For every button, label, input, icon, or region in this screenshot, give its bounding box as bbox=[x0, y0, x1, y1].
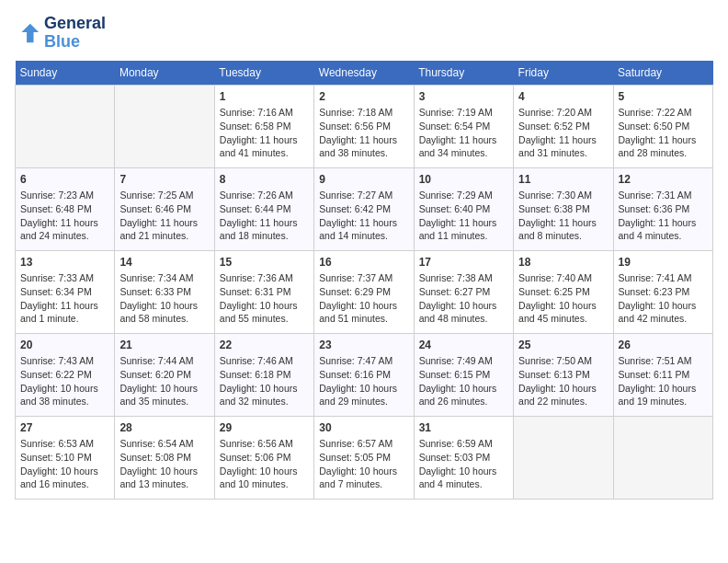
sunset: Sunset: 6:11 PM bbox=[619, 369, 690, 380]
sunrise: Sunrise: 7:49 AM bbox=[419, 355, 493, 366]
sunrise: Sunrise: 6:59 AM bbox=[419, 438, 493, 449]
calendar-cell: 18 Sunrise: 7:40 AM Sunset: 6:25 PM Dayl… bbox=[514, 250, 613, 333]
calendar-table: SundayMondayTuesdayWednesdayThursdayFrid… bbox=[15, 61, 713, 500]
sunrise: Sunrise: 7:20 AM bbox=[518, 107, 592, 118]
sunrise: Sunrise: 6:56 AM bbox=[220, 438, 293, 449]
logo-text: General Blue bbox=[44, 15, 106, 52]
weekday-header-friday: Friday bbox=[514, 61, 613, 86]
calendar-cell: 28 Sunrise: 6:54 AM Sunset: 5:08 PM Dayl… bbox=[115, 416, 214, 499]
daylight: Daylight: 10 hours and 22 minutes. bbox=[518, 383, 597, 408]
calendar-cell: 16 Sunrise: 7:37 AM Sunset: 6:29 PM Dayl… bbox=[314, 250, 414, 333]
daylight: Daylight: 10 hours and 19 minutes. bbox=[619, 383, 697, 408]
sunset: Sunset: 6:52 PM bbox=[518, 121, 590, 132]
sunset: Sunset: 6:20 PM bbox=[119, 369, 191, 380]
sunset: Sunset: 6:42 PM bbox=[319, 203, 391, 214]
sunrise: Sunrise: 7:19 AM bbox=[419, 107, 493, 118]
daylight: Daylight: 11 hours and 14 minutes. bbox=[319, 217, 397, 242]
weekday-header-monday: Monday bbox=[115, 61, 214, 86]
calendar-cell: 2 Sunrise: 7:18 AM Sunset: 6:56 PM Dayli… bbox=[314, 85, 414, 167]
calendar-cell: 5 Sunrise: 7:22 AM Sunset: 6:50 PM Dayli… bbox=[613, 85, 712, 167]
day-number: 29 bbox=[220, 420, 309, 436]
sunrise: Sunrise: 6:54 AM bbox=[119, 438, 193, 449]
sunrise: Sunrise: 6:53 AM bbox=[20, 438, 94, 449]
sunset: Sunset: 5:05 PM bbox=[319, 452, 391, 463]
daylight: Daylight: 11 hours and 1 minute. bbox=[20, 300, 98, 325]
calendar-cell: 23 Sunrise: 7:47 AM Sunset: 6:16 PM Dayl… bbox=[314, 333, 414, 416]
day-number: 21 bbox=[119, 338, 209, 353]
day-number: 17 bbox=[419, 255, 508, 270]
day-number: 19 bbox=[619, 255, 708, 270]
sunset: Sunset: 6:25 PM bbox=[518, 286, 590, 297]
day-number: 30 bbox=[319, 420, 408, 436]
calendar-cell bbox=[613, 416, 712, 499]
daylight: Daylight: 10 hours and 7 minutes. bbox=[319, 465, 397, 490]
sunset: Sunset: 6:54 PM bbox=[419, 121, 491, 132]
svg-marker-0 bbox=[21, 24, 39, 43]
sunset: Sunset: 6:13 PM bbox=[518, 369, 590, 380]
day-number: 4 bbox=[518, 89, 608, 105]
day-number: 23 bbox=[319, 338, 408, 353]
sunrise: Sunrise: 7:46 AM bbox=[220, 355, 293, 366]
sunrise: Sunrise: 7:36 AM bbox=[220, 272, 293, 283]
calendar-cell: 19 Sunrise: 7:41 AM Sunset: 6:23 PM Dayl… bbox=[613, 250, 712, 333]
day-number: 25 bbox=[518, 338, 608, 353]
week-row-5: 27 Sunrise: 6:53 AM Sunset: 5:10 PM Dayl… bbox=[16, 416, 713, 499]
calendar-cell bbox=[115, 85, 214, 167]
calendar-cell: 22 Sunrise: 7:46 AM Sunset: 6:18 PM Dayl… bbox=[214, 333, 313, 416]
week-row-4: 20 Sunrise: 7:43 AM Sunset: 6:22 PM Dayl… bbox=[16, 333, 713, 416]
sunrise: Sunrise: 7:30 AM bbox=[518, 190, 592, 201]
logo-icon bbox=[15, 20, 40, 46]
sunset: Sunset: 6:44 PM bbox=[220, 203, 291, 214]
sunrise: Sunrise: 7:27 AM bbox=[319, 190, 392, 201]
day-number: 9 bbox=[319, 172, 408, 188]
sunset: Sunset: 6:27 PM bbox=[419, 286, 491, 297]
daylight: Daylight: 11 hours and 11 minutes. bbox=[419, 217, 497, 242]
sunrise: Sunrise: 7:31 AM bbox=[619, 190, 692, 201]
calendar-cell: 11 Sunrise: 7:30 AM Sunset: 6:38 PM Dayl… bbox=[514, 167, 613, 250]
calendar-cell: 1 Sunrise: 7:16 AM Sunset: 6:58 PM Dayli… bbox=[214, 85, 313, 167]
logo: General Blue bbox=[15, 15, 106, 52]
daylight: Daylight: 11 hours and 8 minutes. bbox=[518, 217, 597, 242]
sunrise: Sunrise: 7:37 AM bbox=[319, 272, 392, 283]
day-number: 11 bbox=[518, 172, 608, 188]
daylight: Daylight: 10 hours and 38 minutes. bbox=[20, 383, 98, 408]
day-number: 8 bbox=[220, 172, 309, 188]
calendar-cell: 24 Sunrise: 7:49 AM Sunset: 6:15 PM Dayl… bbox=[414, 333, 513, 416]
weekday-header-tuesday: Tuesday bbox=[214, 61, 313, 86]
week-row-1: 1 Sunrise: 7:16 AM Sunset: 6:58 PM Dayli… bbox=[16, 85, 713, 167]
sunset: Sunset: 5:03 PM bbox=[419, 452, 491, 463]
sunrise: Sunrise: 7:51 AM bbox=[619, 355, 692, 366]
sunset: Sunset: 6:23 PM bbox=[619, 286, 690, 297]
sunset: Sunset: 6:56 PM bbox=[319, 121, 391, 132]
weekday-header-row: SundayMondayTuesdayWednesdayThursdayFrid… bbox=[16, 61, 713, 86]
daylight: Daylight: 11 hours and 34 minutes. bbox=[419, 134, 497, 159]
calendar-cell: 15 Sunrise: 7:36 AM Sunset: 6:31 PM Dayl… bbox=[214, 250, 313, 333]
sunrise: Sunrise: 7:50 AM bbox=[518, 355, 592, 366]
daylight: Daylight: 11 hours and 24 minutes. bbox=[20, 217, 98, 242]
daylight: Daylight: 10 hours and 55 minutes. bbox=[220, 300, 298, 325]
daylight: Daylight: 11 hours and 31 minutes. bbox=[518, 134, 597, 159]
calendar-cell: 12 Sunrise: 7:31 AM Sunset: 6:36 PM Dayl… bbox=[613, 167, 712, 250]
weekday-header-saturday: Saturday bbox=[613, 61, 712, 86]
calendar-cell: 13 Sunrise: 7:33 AM Sunset: 6:34 PM Dayl… bbox=[16, 250, 115, 333]
day-number: 13 bbox=[20, 255, 109, 270]
day-number: 26 bbox=[619, 338, 708, 353]
calendar-cell: 17 Sunrise: 7:38 AM Sunset: 6:27 PM Dayl… bbox=[414, 250, 513, 333]
calendar-cell: 30 Sunrise: 6:57 AM Sunset: 5:05 PM Dayl… bbox=[314, 416, 414, 499]
sunset: Sunset: 6:38 PM bbox=[518, 203, 590, 214]
daylight: Daylight: 10 hours and 45 minutes. bbox=[518, 300, 597, 325]
daylight: Daylight: 11 hours and 4 minutes. bbox=[619, 217, 697, 242]
sunrise: Sunrise: 7:22 AM bbox=[619, 107, 692, 118]
sunset: Sunset: 6:36 PM bbox=[619, 203, 690, 214]
week-row-2: 6 Sunrise: 7:23 AM Sunset: 6:48 PM Dayli… bbox=[16, 167, 713, 250]
sunrise: Sunrise: 7:33 AM bbox=[20, 272, 94, 283]
sunrise: Sunrise: 7:34 AM bbox=[119, 272, 193, 283]
sunrise: Sunrise: 7:18 AM bbox=[319, 107, 392, 118]
sunset: Sunset: 6:31 PM bbox=[220, 286, 291, 297]
sunset: Sunset: 6:15 PM bbox=[419, 369, 491, 380]
day-number: 27 bbox=[20, 420, 109, 436]
day-number: 15 bbox=[220, 255, 309, 270]
sunrise: Sunrise: 6:57 AM bbox=[319, 438, 392, 449]
daylight: Daylight: 10 hours and 32 minutes. bbox=[220, 383, 298, 408]
day-number: 3 bbox=[419, 89, 508, 105]
